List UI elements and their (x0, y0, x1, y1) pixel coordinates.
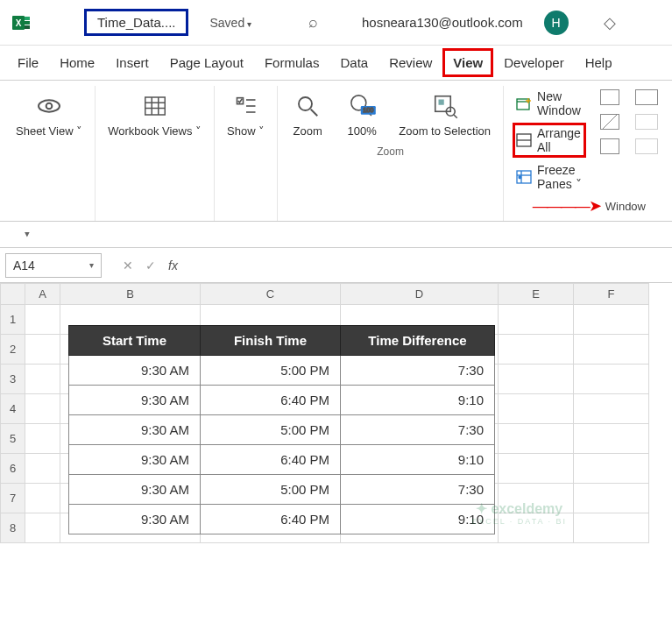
table-cell[interactable]: 7:30 (341, 415, 495, 445)
cell[interactable] (499, 454, 574, 484)
cell[interactable] (499, 365, 574, 394)
cancel-formula-icon[interactable]: ✕ (123, 258, 133, 273)
namebox-dropdown-icon[interactable]: ▾ (89, 260, 94, 270)
reset-pos-button[interactable] (635, 138, 658, 154)
sync-scroll-button[interactable] (635, 114, 658, 130)
cell[interactable] (25, 394, 60, 424)
table-cell[interactable]: 6:40 PM (201, 505, 341, 534)
cell[interactable] (25, 424, 60, 454)
cell[interactable] (25, 484, 60, 513)
table-cell[interactable]: 7:30 (341, 475, 495, 505)
table-row[interactable]: 9:30 AM5:00 PM7:30 (69, 475, 495, 505)
fx-icon[interactable]: fx (168, 258, 178, 273)
zoom-selection-button[interactable]: Zoom to Selection (392, 86, 498, 142)
tab-review[interactable]: Review (378, 48, 442, 77)
col-header[interactable]: C (201, 284, 341, 305)
arrange-all-button[interactable]: Arrange All (513, 123, 586, 158)
cell[interactable] (499, 424, 574, 454)
sheet-view-button[interactable]: Sheet View ˅ (9, 86, 89, 142)
table-cell[interactable]: 7:30 (341, 356, 495, 386)
workbook-views-button[interactable]: Workbook Views ˅ (101, 86, 209, 142)
table-cell[interactable]: 9:30 AM (69, 505, 201, 534)
col-header[interactable]: D (341, 284, 499, 305)
tab-help[interactable]: Help (575, 48, 623, 77)
cell[interactable] (499, 394, 574, 424)
row-header[interactable]: 5 (1, 424, 25, 454)
table-cell[interactable]: 9:10 (341, 386, 495, 415)
col-header[interactable]: B (60, 284, 201, 305)
cell[interactable] (25, 305, 60, 335)
cell[interactable] (499, 513, 574, 543)
tab-developer[interactable]: Developer (493, 48, 574, 77)
col-header[interactable]: A (25, 284, 60, 305)
tab-view[interactable]: View (442, 48, 493, 77)
row-header[interactable]: 6 (1, 454, 25, 484)
row-header[interactable]: 8 (1, 513, 25, 543)
view-side-button[interactable] (635, 89, 658, 105)
unhide-button[interactable] (600, 138, 619, 154)
cell[interactable] (499, 484, 574, 513)
table-cell[interactable]: 5:00 PM (201, 475, 341, 505)
show-button[interactable]: Show ˅ (220, 86, 272, 142)
cell[interactable] (499, 335, 574, 365)
table-cell[interactable]: 9:10 (341, 505, 495, 534)
search-icon[interactable]: ⌕ (308, 13, 318, 32)
cell[interactable] (574, 454, 649, 484)
row-header[interactable]: 3 (1, 365, 25, 394)
tab-page-layout[interactable]: Page Layout (159, 48, 254, 77)
hide-button[interactable] (600, 114, 619, 130)
tab-home[interactable]: Home (49, 48, 105, 77)
save-status[interactable]: Saved (209, 16, 251, 30)
table-cell[interactable]: 9:30 AM (69, 386, 201, 415)
cell[interactable] (574, 365, 649, 394)
user-email[interactable]: hosneara130@outlook.com (362, 15, 523, 30)
row-header[interactable]: 2 (1, 335, 25, 365)
table-cell[interactable]: 9:30 AM (69, 356, 201, 386)
cell[interactable] (574, 484, 649, 513)
cell[interactable] (25, 454, 60, 484)
col-header[interactable]: E (499, 284, 574, 305)
cell[interactable] (574, 513, 649, 543)
table-row[interactable]: 9:30 AM6:40 PM9:10 (69, 505, 495, 534)
cell[interactable] (25, 513, 60, 543)
cell[interactable] (574, 305, 649, 335)
worksheet[interactable]: A B C D E F 12345678 Start TimeFinish Ti… (0, 283, 672, 543)
freeze-panes-button[interactable]: * Freeze Panes ˅ (513, 161, 586, 193)
table-cell[interactable]: 9:10 (341, 445, 495, 475)
table-row[interactable]: 9:30 AM5:00 PM7:30 (69, 356, 495, 386)
cell[interactable] (574, 424, 649, 454)
table-cell[interactable]: 6:40 PM (201, 445, 341, 475)
cell[interactable] (574, 335, 649, 365)
row-header[interactable]: 4 (1, 394, 25, 424)
confirm-formula-icon[interactable]: ✓ (145, 258, 156, 273)
cell[interactable] (574, 394, 649, 424)
select-all-corner[interactable] (1, 284, 25, 305)
user-avatar[interactable]: H (544, 11, 569, 35)
cell[interactable] (25, 365, 60, 394)
tab-insert[interactable]: Insert (105, 48, 159, 77)
col-header[interactable]: F (574, 284, 649, 305)
tab-file[interactable]: File (7, 48, 49, 77)
table-cell[interactable]: 9:30 AM (69, 475, 201, 505)
cell[interactable] (499, 305, 574, 335)
tab-formulas[interactable]: Formulas (254, 48, 330, 77)
row-header[interactable]: 1 (1, 305, 25, 335)
zoom-button[interactable]: Zoom (283, 86, 332, 142)
table-row[interactable]: 9:30 AM5:00 PM7:30 (69, 415, 495, 445)
diamond-icon[interactable]: ◇ (604, 13, 616, 32)
zoom-100-button[interactable]: 100 100% (337, 86, 386, 142)
table-cell[interactable]: 9:30 AM (69, 415, 201, 445)
table-cell[interactable]: 5:00 PM (201, 356, 341, 386)
document-name[interactable]: Time_Data.... (84, 9, 188, 36)
table-row[interactable]: 9:30 AM6:40 PM9:10 (69, 386, 495, 415)
table-cell[interactable]: 5:00 PM (201, 415, 341, 445)
table-cell[interactable]: 6:40 PM (201, 386, 341, 415)
split-button[interactable] (600, 89, 619, 105)
ribbon-collapse-bar[interactable]: ▸ (0, 222, 672, 248)
table-row[interactable]: 9:30 AM6:40 PM9:10 (69, 445, 495, 475)
new-window-button[interactable]: New Window (513, 88, 586, 119)
tab-data[interactable]: Data (329, 48, 378, 77)
table-cell[interactable]: 9:30 AM (69, 445, 201, 475)
name-box[interactable]: A14 ▾ (5, 253, 102, 278)
cell[interactable] (25, 335, 60, 365)
